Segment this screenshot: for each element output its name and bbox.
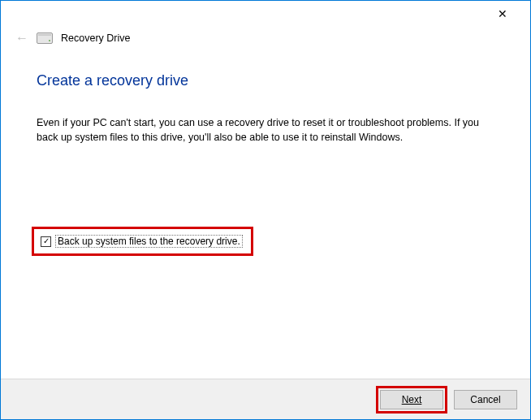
wizard-title: Recovery Drive [61,32,130,44]
drive-icon [37,32,53,44]
backup-checkbox-row[interactable]: ✓ Back up system files to the recovery d… [32,227,253,256]
description-text: Even if your PC can't start, you can use… [37,115,491,145]
cancel-button[interactable]: Cancel [454,390,517,409]
footer: Next Cancel [1,379,530,419]
backup-checkbox[interactable]: ✓ [41,236,51,247]
page-title: Create a recovery drive [37,72,494,89]
next-button-highlight: Next [376,386,447,414]
svg-point-2 [49,40,50,41]
wizard-header: ← Recovery Drive [1,27,530,45]
next-button[interactable]: Next [380,390,443,409]
backup-checkbox-label: Back up system files to the recovery dri… [55,235,243,248]
titlebar: ✕ [1,1,530,27]
back-arrow-icon[interactable]: ← [15,32,28,45]
svg-rect-1 [38,34,51,36]
close-icon[interactable]: ✕ [486,5,519,23]
content-area: Create a recovery drive Even if your PC … [1,45,530,145]
